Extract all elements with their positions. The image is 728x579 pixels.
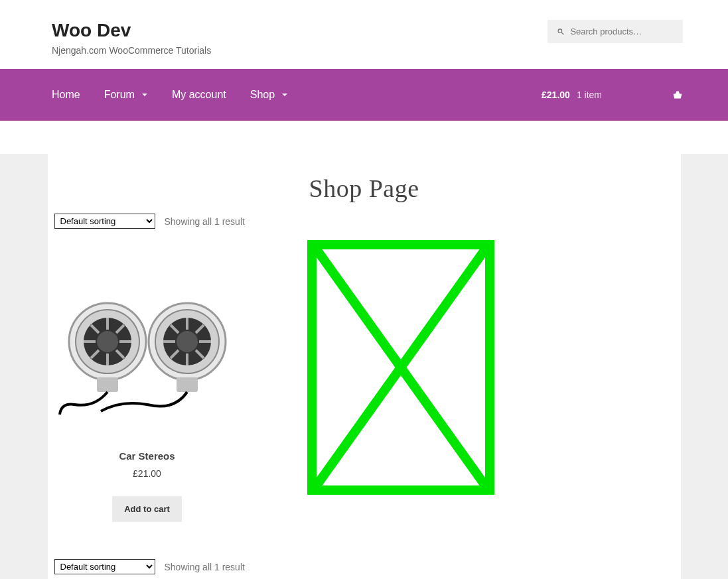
svg-rect-13 — [97, 377, 118, 392]
content-area: Shop Page Default sorting Showing all 1 … — [0, 154, 728, 579]
nav-item-label: Shop — [250, 89, 275, 101]
search-input[interactable] — [570, 27, 674, 36]
product-image-svg — [54, 255, 240, 441]
cart-summary[interactable]: £21.00 1 item — [542, 90, 683, 100]
basket-icon — [672, 90, 683, 99]
spacer — [0, 121, 728, 154]
nav-item-home[interactable]: Home — [52, 89, 80, 101]
shop-controls-top: Default sorting Showing all 1 result — [48, 214, 681, 229]
shop-content: Shop Page Default sorting Showing all 1 … — [48, 154, 681, 579]
product-image[interactable] — [54, 255, 240, 441]
product-item[interactable]: Car Stereos £21.00 Add to cart — [54, 255, 240, 522]
site-tagline: Njengah.com WooCommerce Tutorials — [52, 45, 211, 56]
svg-point-17 — [177, 331, 198, 352]
product-price: £21.00 — [54, 468, 240, 479]
page-title: Shop Page — [48, 174, 681, 203]
nav-item-label: My account — [172, 89, 226, 101]
branding: Woo Dev Njengah.com WooCommerce Tutorial… — [52, 20, 211, 56]
product-name: Car Stereos — [54, 450, 240, 462]
main-nav: Home Forum My account Shop £21.00 1 item — [0, 69, 728, 121]
sort-select[interactable]: Default sorting — [54, 559, 155, 574]
sort-select[interactable]: Default sorting — [54, 214, 155, 229]
nav-item-label: Home — [52, 89, 80, 101]
nav-item-forum[interactable]: Forum — [104, 89, 148, 101]
search-icon — [557, 27, 565, 36]
nav-item-my-account[interactable]: My account — [172, 89, 226, 101]
add-to-cart-button[interactable]: Add to cart — [112, 496, 182, 522]
result-count: Showing all 1 result — [165, 216, 245, 227]
cart-total: £21.00 — [542, 90, 570, 100]
nav-item-shop[interactable]: Shop — [250, 89, 288, 101]
annotation-highlight-box — [307, 240, 494, 495]
chevron-down-icon — [141, 92, 148, 98]
cart-count: 1 item — [577, 90, 602, 100]
svg-point-4 — [97, 331, 118, 352]
chevron-down-icon — [281, 92, 288, 98]
site-header: Woo Dev Njengah.com WooCommerce Tutorial… — [0, 0, 728, 69]
nav-menu: Home Forum My account Shop — [52, 89, 288, 101]
result-count: Showing all 1 result — [165, 562, 245, 572]
svg-rect-26 — [177, 377, 198, 392]
search-box[interactable] — [547, 20, 683, 43]
site-title[interactable]: Woo Dev — [52, 20, 211, 41]
nav-item-label: Forum — [104, 89, 135, 101]
shop-controls-bottom: Default sorting Showing all 1 result — [48, 559, 681, 574]
